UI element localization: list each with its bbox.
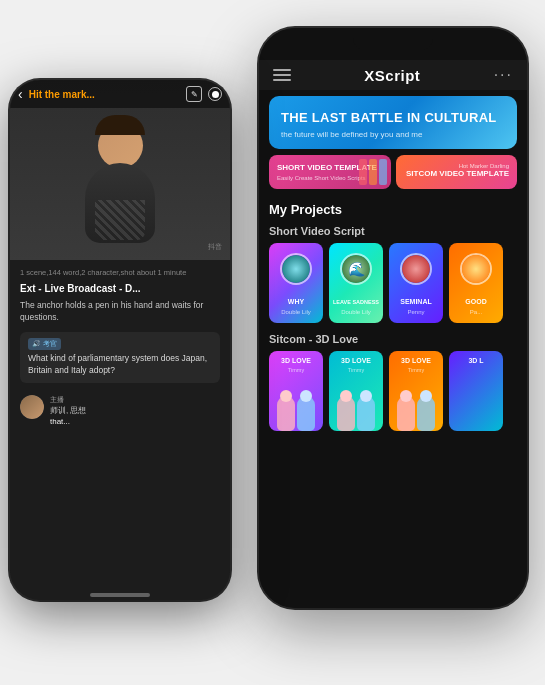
host-name: 师训, 思想 [50,405,220,416]
hero-title: THE LAST BATTLE IN CULTURAL [281,110,505,126]
card-circle-1 [280,253,312,285]
phone-notch [353,28,433,50]
card-circle-3 [400,253,432,285]
love-sub-3: Timmy [389,367,443,373]
card-title-1: WHY [269,298,323,305]
video-card-seminal[interactable]: SEMINAL Penny [389,243,443,323]
love-card-3[interactable]: 3D LOVE Timmy [389,351,443,431]
love-title-1: 3D LOVE [269,357,323,364]
script-section: 1 scene,144 word,2 character,shot about … [10,260,230,590]
script-info: 1 scene,144 word,2 character,shot about … [20,268,220,277]
couple-person-4 [357,396,375,431]
couple-person-5 [397,396,415,431]
couple-person-6 [417,396,435,431]
love-sub-1: Timmy [269,367,323,373]
phone-left: 抖音 ‹ Hit the mark... ✎ 1 scene,144 wo [10,80,230,600]
back-button[interactable]: ‹ [18,86,23,102]
video-card-good[interactable]: GOOD Pa... [449,243,503,323]
host-text: 主播 师训, 思想 that... [50,395,220,426]
love-title-3: 3D LOVE [389,357,443,364]
status-bar [259,28,527,60]
love-title-2: 3D LOVE [329,357,383,364]
video-icons: ✎ [186,86,222,102]
couple-person-1 [277,396,295,431]
script-title: Ext - Live Broadcast - D... [20,283,220,294]
script-question: What kind of parliamentary system does J… [28,353,212,377]
couple-person-3 [337,396,355,431]
card-title-2: LEAVE SADNESS [329,299,383,305]
script-question-box: 🔊 考官 What kind of parliamentary system d… [20,332,220,383]
love-title-4: 3D L [449,357,503,364]
edit-icon[interactable]: ✎ [186,86,202,102]
templates-row: SHORT VIDEO TEMPLATE Easily Create Short… [269,155,517,189]
card-sub-4: Pa... [449,309,503,315]
my-projects-heading: My Projects [259,194,527,221]
short-video-cards: WHY Double Lily 🌊 LEAVE SADNESS Double L… [259,243,527,323]
card-sub-1: Double Lily [269,309,323,315]
love-card-2[interactable]: 3D LOVE Timmy [329,351,383,431]
app-title: XScript [364,67,420,84]
short-video-template-card[interactable]: SHORT VIDEO TEMPLATE Easily Create Short… [269,155,391,189]
card-circle-4 [460,253,492,285]
video-title: Hit the mark... [29,89,180,100]
card-title-4: GOOD [449,298,503,305]
speaker-row: 🔊 考官 [28,338,212,350]
script-body: The anchor holds a pen in his hand and w… [20,300,220,324]
host-row: 主播 师训, 思想 that... [20,395,220,426]
sitcom-label: SITCOM VIDEO TEMPLATE [406,169,509,179]
video-top-bar: ‹ Hit the mark... ✎ [10,80,230,108]
host-avatar [20,395,44,419]
app-header: XScript ··· [259,60,527,90]
video-card-leave-sadness[interactable]: 🌊 LEAVE SADNESS Double Lily [329,243,383,323]
sitcom-section-label: Sitcom - 3D Love [259,329,527,351]
couple-person-2 [297,396,315,431]
card-sub-2: Double Lily [329,309,383,315]
hamburger-icon[interactable] [273,69,291,81]
phone-right: XScript ··· THE LAST BATTLE IN CULTURAL … [259,28,527,608]
sitcom-cards: 3D LOVE Timmy 3D LOVE Timmy [259,351,527,431]
card-title-3: SEMINAL [389,298,443,305]
video-card-why[interactable]: WHY Double Lily [269,243,323,323]
short-video-section-label: Short Video Script [259,221,527,243]
record-button[interactable] [208,87,222,101]
card-sub-3: Penny [389,309,443,315]
speaker-badge: 🔊 考官 [28,338,61,350]
love-sub-2: Timmy [329,367,383,373]
hero-banner[interactable]: THE LAST BATTLE IN CULTURAL the future w… [269,96,517,149]
host-content: that... [50,417,220,426]
more-icon[interactable]: ··· [494,66,513,84]
video-preview: 抖音 ‹ Hit the mark... ✎ [10,80,230,260]
home-indicator [90,593,150,597]
host-label: 主播 [50,395,220,405]
love-card-4[interactable]: 3D L [449,351,503,431]
hero-subtitle: the future will be defined by you and me [281,130,505,139]
love-card-1[interactable]: 3D LOVE Timmy [269,351,323,431]
sitcom-template-card[interactable]: Hot Marker Darling SITCOM VIDEO TEMPLATE [396,155,518,189]
card-circle-2: 🌊 [340,253,372,285]
phone-content[interactable]: THE LAST BATTLE IN CULTURAL the future w… [259,90,527,608]
